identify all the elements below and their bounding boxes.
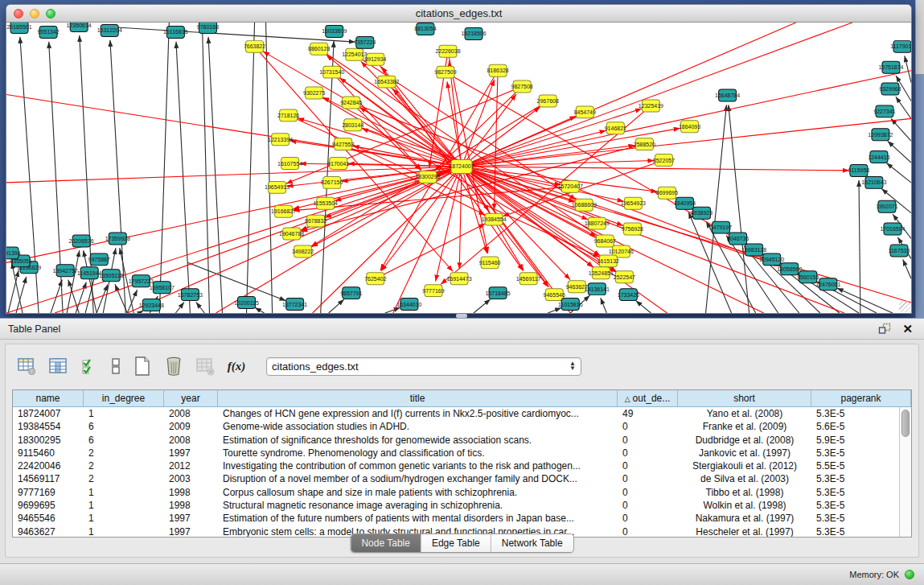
network-window-titlebar[interactable]: citations_edges.txt bbox=[6, 5, 911, 23]
column-header-pagerank[interactable]: pagerank bbox=[811, 390, 911, 406]
graph-node[interactable]: 8267150 bbox=[321, 176, 343, 188]
graph-node[interactable]: 2718126 bbox=[277, 109, 299, 122]
graph-node[interactable]: 9756928 bbox=[622, 223, 643, 235]
graph-node[interactable]: 9329968 bbox=[879, 83, 901, 95]
column-header-title[interactable]: title bbox=[218, 390, 618, 406]
graph-node[interactable]: 9827508 bbox=[511, 80, 533, 93]
graph-node[interactable]: 19654913 bbox=[265, 181, 290, 193]
graph-node[interactable]: 19218506 bbox=[461, 27, 486, 39]
graph-node[interactable]: 17359928 bbox=[105, 233, 130, 245]
graph-node[interactable]: 1167533 bbox=[889, 245, 910, 257]
graph-node[interactable]: 11179011 bbox=[890, 40, 911, 52]
tab-node-table[interactable]: Node Table bbox=[351, 534, 421, 552]
graph-node[interactable]: 8938923 bbox=[691, 207, 713, 219]
column-layout-icon[interactable] bbox=[47, 355, 69, 377]
graph-node[interactable]: 1992071 bbox=[876, 200, 897, 212]
graph-node[interactable]: 9551342 bbox=[37, 26, 59, 38]
table-row[interactable]: 911546021997Tourette syndrome. Phenomeno… bbox=[13, 447, 899, 459]
column-select-icon[interactable] bbox=[78, 355, 101, 377]
graph-node[interactable]: 9227341 bbox=[873, 105, 895, 117]
attribute-settings-icon[interactable] bbox=[15, 355, 38, 377]
graph-node[interactable]: 9975887 bbox=[88, 253, 110, 266]
graph-node[interactable]: 15720407 bbox=[558, 180, 583, 192]
table-selector-dropdown[interactable]: citations_edges.txt ▲▼ bbox=[266, 357, 581, 376]
graph-node[interactable]: 9391394 bbox=[6, 247, 21, 259]
graph-node[interactable]: 13505115 bbox=[99, 270, 124, 282]
graph-node[interactable]: 22226038 bbox=[435, 45, 460, 57]
column-header-short[interactable]: short bbox=[678, 390, 811, 406]
graph-node[interactable]: 8813054 bbox=[414, 23, 436, 35]
graph-node[interactable]: 2588520 bbox=[634, 138, 655, 150]
scrollbar-thumb[interactable] bbox=[901, 410, 910, 437]
close-panel-icon[interactable]: ✕ bbox=[902, 323, 913, 335]
graph-node[interactable]: 12093872 bbox=[868, 129, 893, 141]
graph-node[interactable]: 19384554 bbox=[482, 213, 507, 225]
table-row[interactable]: 1830029562008Estimation of significance … bbox=[13, 434, 899, 447]
graph-node[interactable]: 9827509 bbox=[434, 66, 456, 78]
graph-node[interactable]: 9146821 bbox=[605, 122, 626, 134]
graph-node[interactable]: 9242845 bbox=[340, 97, 362, 109]
graph-node[interactable]: 9777169 bbox=[422, 285, 444, 297]
memory-ok-icon[interactable] bbox=[905, 570, 914, 579]
graph-node[interactable]: 8912934 bbox=[364, 53, 386, 65]
graph-node[interactable]: 9857791 bbox=[340, 287, 362, 299]
graph-node[interactable]: 19166827 bbox=[271, 205, 296, 217]
table-row[interactable]: 2242004622012Investigating the contribut… bbox=[13, 459, 899, 472]
graph-node[interactable]: 12325419 bbox=[639, 100, 663, 112]
column-header-year[interactable]: year bbox=[164, 390, 218, 406]
graph-node[interactable]: 12923448 bbox=[139, 299, 164, 311]
graph-node[interactable]: 9115958 bbox=[848, 165, 870, 177]
graph-node[interactable]: 1840954 bbox=[674, 197, 696, 209]
graph-node[interactable]: 14569117 bbox=[516, 273, 541, 285]
graph-node[interactable]: 12350614 bbox=[67, 23, 92, 31]
tab-network-table[interactable]: Network Table bbox=[491, 534, 573, 552]
zoom-window-icon[interactable] bbox=[46, 9, 55, 19]
table-row[interactable]: 1872400712008Changes of HCN gene express… bbox=[13, 407, 899, 420]
graph-node[interactable]: 16210643 bbox=[861, 176, 886, 188]
graph-node[interactable]: 12476061 bbox=[815, 278, 840, 290]
graph-node[interactable]: 15751874 bbox=[878, 61, 903, 73]
graph-node[interactable]: 9684067 bbox=[594, 235, 616, 247]
graph-node[interactable]: 14136141 bbox=[585, 283, 610, 295]
graph-node[interactable]: 17016504 bbox=[880, 223, 905, 235]
graph-node[interactable]: 19046788 bbox=[279, 228, 304, 240]
graph-node[interactable]: 15312204 bbox=[97, 24, 122, 36]
delete-attribute-icon[interactable] bbox=[162, 355, 185, 377]
graph-node[interactable]: 9699695 bbox=[656, 187, 678, 199]
graph-node[interactable]: 8454749 bbox=[574, 106, 596, 118]
graph-node[interactable]: 8522057 bbox=[653, 154, 675, 167]
table-row[interactable]: 977716911998Corpus callosum shape and si… bbox=[13, 486, 899, 499]
graph-node[interactable]: 19654923 bbox=[621, 197, 646, 209]
graph-node[interactable]: 7357224 bbox=[354, 36, 376, 48]
graph-node[interactable]: 16782753 bbox=[178, 289, 203, 301]
graph-node[interactable]: 13942757 bbox=[53, 265, 78, 277]
graph-node[interactable]: 2967608 bbox=[537, 95, 559, 107]
graph-node[interactable]: 10945120 bbox=[759, 253, 784, 266]
graph-node[interactable]: 9170041 bbox=[327, 158, 349, 170]
graph-node[interactable]: 16958107 bbox=[150, 282, 175, 294]
graph-node[interactable]: 16543382 bbox=[374, 76, 399, 88]
graph-node[interactable]: 16914473 bbox=[446, 273, 471, 285]
graph-node[interactable]: 10200115 bbox=[234, 297, 259, 309]
column-header-out-de-[interactable]: △out_de... bbox=[618, 390, 678, 406]
table-row[interactable]: 946554611997Estimation of the future num… bbox=[13, 512, 899, 525]
graph-node[interactable]: 18300295 bbox=[415, 171, 440, 183]
graph-node[interactable]: 9046736 bbox=[727, 233, 749, 245]
table-vertical-scrollbar[interactable] bbox=[899, 407, 911, 537]
graph-node[interactable]: 1733426 bbox=[618, 289, 639, 301]
graph-node[interactable]: 13772341 bbox=[282, 299, 307, 311]
graph-node[interactable]: 2522547 bbox=[614, 271, 635, 283]
table-row[interactable]: 1456911722003Disruption of a novel membe… bbox=[13, 472, 899, 485]
graph-node[interactable]: 16344010 bbox=[396, 299, 421, 311]
table-row[interactable]: 1938455462009Genome-wide association stu… bbox=[13, 420, 899, 433]
new-attribute-icon[interactable] bbox=[131, 355, 154, 377]
graph-node[interactable]: 7625402 bbox=[364, 273, 386, 285]
graph-node[interactable]: 11553504 bbox=[313, 197, 338, 209]
graph-node[interactable]: 20185501 bbox=[6, 23, 31, 33]
graph-node[interactable]: 9780168 bbox=[197, 23, 219, 33]
graph-node[interactable]: 12254013 bbox=[342, 48, 367, 60]
float-panel-icon[interactable] bbox=[878, 323, 891, 335]
graph-node[interactable]: 20206576 bbox=[69, 235, 94, 247]
graph-node[interactable]: 1864093 bbox=[679, 121, 700, 133]
graph-node[interactable]: 9115460 bbox=[479, 257, 501, 269]
